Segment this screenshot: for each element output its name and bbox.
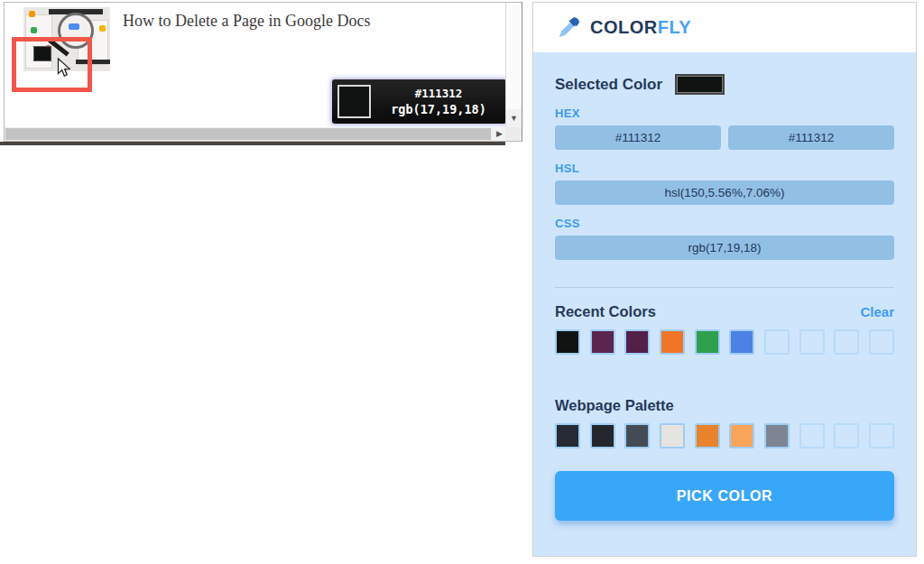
hsl-label: HSL	[555, 162, 894, 175]
panel-body: Selected Color HEX #111312 #111312 HSL h…	[533, 52, 916, 521]
hex-label: HEX	[555, 106, 894, 120]
brand-name: COLORFLY	[590, 17, 691, 38]
recent-color-swatch[interactable]	[729, 329, 754, 355]
vertical-scrollbar[interactable]: ▼	[505, 3, 522, 127]
brand-name-primary: COLOR	[590, 17, 658, 37]
palette-color-swatch[interactable]	[869, 423, 894, 448]
clear-recent-button[interactable]: Clear	[860, 304, 894, 319]
recent-colors-title: Recent Colors	[555, 303, 656, 320]
css-value-chip[interactable]: rgb(17,19,18)	[555, 236, 894, 260]
css-values-row: rgb(17,19,18)	[555, 236, 894, 260]
pick-color-button[interactable]: PICK COLOR	[555, 471, 894, 521]
palette-color-swatch[interactable]	[660, 423, 685, 448]
recent-color-swatch[interactable]	[624, 329, 650, 355]
hex-values-row: #111312 #111312	[555, 125, 894, 150]
recent-color-swatch[interactable]	[555, 329, 580, 355]
palette-color-swatch[interactable]	[590, 423, 615, 448]
hex-value-chip[interactable]: #111312	[728, 125, 894, 150]
colorfly-panel: COLORFLY Selected Color HEX #111312 #111…	[532, 2, 917, 557]
brand-name-secondary: FLY	[658, 17, 691, 37]
tooltip-color-values: #111312 rgb(17,19,18)	[371, 87, 506, 116]
tooltip-hex-value: #111312	[371, 87, 506, 100]
chevron-right-icon: ▶	[496, 129, 503, 138]
panel-header: COLORFLY	[533, 3, 916, 52]
hsl-value-chip[interactable]: hsl(150,5.56%,7.06%)	[555, 180, 894, 205]
palette-color-swatch[interactable]	[695, 423, 720, 448]
color-picker-tooltip: #111312 rgb(17,19,18)	[330, 78, 508, 125]
mouse-cursor-icon	[53, 57, 73, 80]
selected-color-row: Selected Color	[555, 74, 894, 95]
recent-color-swatch[interactable]	[764, 329, 790, 355]
recent-color-swatch[interactable]	[660, 329, 685, 355]
recent-colors-header: Recent Colors Clear	[555, 303, 894, 320]
thumb-decor	[69, 23, 79, 30]
article-title[interactable]: How to Delete a Page in Google Docs	[123, 10, 380, 32]
thumb-decor	[99, 25, 106, 32]
screenshot-stage: How to Delete a Page in Google Docs #111…	[0, 0, 924, 564]
recent-color-swatch[interactable]	[590, 329, 615, 355]
recent-color-swatch[interactable]	[695, 329, 720, 355]
palette-color-swatch[interactable]	[729, 423, 754, 448]
webpage-palette-title: Webpage Palette	[555, 397, 674, 414]
recent-color-swatch[interactable]	[834, 329, 859, 355]
scrollbar-corner	[505, 127, 522, 141]
browser-content-window: How to Delete a Page in Google Docs #111…	[4, 2, 522, 142]
webpage-palette-header: Webpage Palette	[555, 397, 894, 414]
palette-color-swatch[interactable]	[555, 423, 580, 448]
window-bottom-edge	[0, 142, 505, 145]
hsl-values-row: hsl(150,5.56%,7.06%)	[555, 180, 894, 205]
tooltip-rgb-value: rgb(17,19,18)	[371, 102, 506, 116]
thumb-decor	[29, 11, 35, 17]
palette-color-swatch[interactable]	[624, 423, 650, 448]
palette-color-swatch[interactable]	[834, 423, 859, 448]
webpage-palette-row	[555, 423, 894, 448]
section-divider	[555, 287, 894, 288]
eyedropper-icon	[557, 15, 581, 40]
selected-color-label: Selected Color	[555, 76, 662, 94]
hovered-color-swatch	[33, 46, 51, 61]
scroll-down-button[interactable]: ▼	[506, 109, 522, 127]
thumb-decor	[31, 27, 37, 33]
brand-logo: COLORFLY	[557, 15, 691, 40]
hex-value-chip[interactable]: #111312	[555, 125, 721, 150]
horizontal-scrollbar-thumb[interactable]	[5, 128, 491, 140]
horizontal-scrollbar[interactable]: ▶	[5, 127, 507, 141]
palette-color-swatch[interactable]	[764, 423, 790, 448]
color-picker-selection-box	[12, 37, 92, 92]
recent-color-swatch[interactable]	[869, 329, 894, 355]
recent-color-swatch[interactable]	[799, 329, 825, 355]
tooltip-color-swatch	[337, 85, 371, 118]
chevron-down-icon: ▼	[510, 114, 518, 123]
palette-color-swatch[interactable]	[799, 423, 825, 448]
recent-colors-row	[555, 329, 894, 355]
css-label: CSS	[555, 217, 894, 230]
selected-color-swatch	[675, 74, 725, 95]
